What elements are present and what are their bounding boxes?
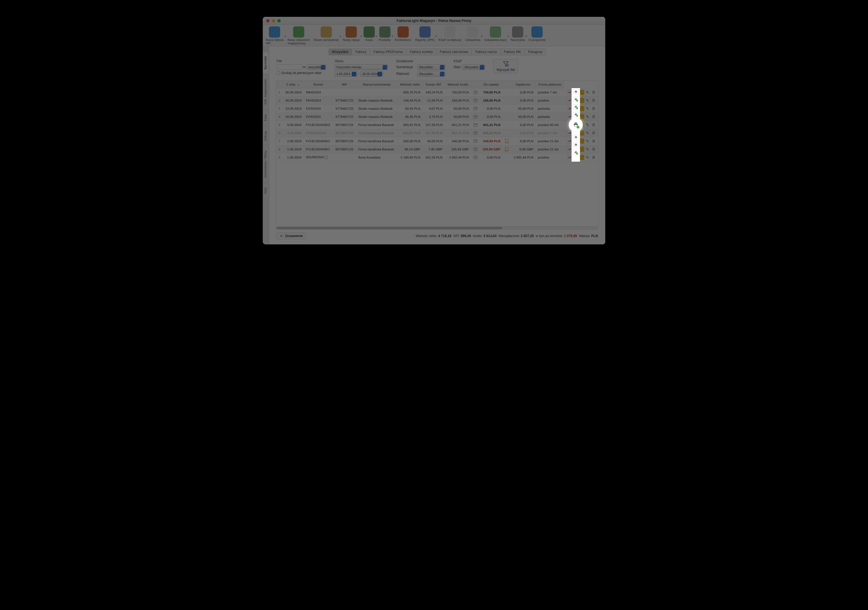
- subtab-paragony[interactable]: Paragony: [525, 48, 546, 55]
- ksef-action-icon[interactable]: eF: [567, 155, 572, 160]
- date-to-input[interactable]: 30.09.2024⌄: [360, 71, 383, 77]
- delete-action-icon[interactable]: 🗑: [591, 155, 596, 160]
- delete-action-icon[interactable]: 🗑: [591, 106, 596, 111]
- table-row[interactable]: 81.09.2024FVUE/2024/09/18575897125Firma …: [276, 145, 598, 153]
- sidetab-sprzeda-[interactable]: Sprzedaż: [263, 52, 269, 74]
- subtab-faktury-korekty[interactable]: Faktury korekty: [406, 48, 437, 55]
- toolbar-kasa[interactable]: Kasa▾: [364, 26, 375, 45]
- payment-icon[interactable]: [474, 107, 477, 110]
- col-header[interactable]: Wartość brutto: [445, 81, 471, 88]
- toolbar-nowe-zam-wienie[interactable]: Nowe zamówienie▾: [314, 26, 339, 45]
- delete-action-icon[interactable]: 🗑: [591, 114, 596, 119]
- table-row[interactable]: 72.09.2024FVUE/2024/09/28575897125Firma …: [276, 137, 598, 145]
- clear-filter-button[interactable]: Wyczyść filtr: [493, 59, 519, 73]
- payment-icon[interactable]: [474, 115, 477, 118]
- print-action-icon[interactable]: [573, 106, 578, 111]
- print-action-icon[interactable]: [573, 155, 578, 160]
- copy-action-icon[interactable]: [579, 122, 584, 127]
- payment-icon[interactable]: [474, 91, 477, 94]
- col-header[interactable]: Numer: [304, 81, 333, 88]
- edit-action-icon[interactable]: ✎: [585, 106, 590, 111]
- print-action-icon[interactable]: [573, 114, 578, 119]
- print-action-icon[interactable]: [573, 98, 578, 103]
- table-row[interactable]: 63.09.2024FPRO/4/20248575897125Firma han…: [276, 129, 598, 137]
- col-header[interactable]: Z dnia ⌄: [282, 81, 304, 88]
- table-row[interactable]: 230.09.2024FK/4/20249776481722Studio mas…: [276, 96, 598, 104]
- payment-icon[interactable]: [474, 156, 477, 159]
- copy-action-icon[interactable]: [579, 130, 584, 136]
- copy-action-icon[interactable]: [579, 147, 584, 152]
- col-header[interactable]: Kwota VAT: [423, 81, 445, 88]
- sidetab-kasa[interactable]: Kasa: [263, 110, 269, 125]
- copy-action-icon[interactable]: [579, 155, 584, 160]
- ksef-action-icon[interactable]: eF: [567, 106, 572, 111]
- ksef-action-icon[interactable]: eF: [567, 139, 572, 144]
- print-action-icon[interactable]: [573, 147, 578, 152]
- edit-action-icon[interactable]: ✎: [585, 98, 590, 103]
- delete-action-icon[interactable]: 🗑: [591, 98, 596, 103]
- delete-action-icon[interactable]: 🗑: [591, 147, 596, 152]
- print-action-icon[interactable]: [573, 90, 578, 95]
- col-header[interactable]: [276, 81, 282, 88]
- state-select[interactable]: Wszystkie⌃⌄: [463, 64, 485, 70]
- payment-icon[interactable]: [474, 123, 477, 127]
- document-icon[interactable]: [505, 147, 508, 151]
- document-icon[interactable]: [505, 139, 508, 143]
- toolbar-narz-dzia[interactable]: Narzędzia▾: [511, 26, 525, 45]
- print-action-icon[interactable]: [573, 139, 578, 144]
- numbering-select[interactable]: Wszystkie⌃⌄: [417, 64, 445, 70]
- toolbar-o-programie[interactable]: O programie: [529, 26, 546, 45]
- col-header[interactable]: [502, 81, 511, 88]
- ksef-action-icon[interactable]: eF: [567, 147, 572, 152]
- edit-action-icon[interactable]: ✎: [585, 139, 590, 144]
- delete-action-icon[interactable]: 🗑: [591, 139, 596, 144]
- toolbar-ustawienia-bazy[interactable]: Ustawienia bazy▾: [484, 26, 507, 45]
- toolbar-nowy-dokument-magazynowy[interactable]: Nowy dokumentmagazynowy: [288, 26, 310, 45]
- toolbar-kontrahenci[interactable]: Kontrahenci: [395, 26, 411, 45]
- col-header[interactable]: Do zapłaty: [480, 81, 503, 88]
- col-header[interactable]: Nazwa kontrahenta: [356, 81, 397, 88]
- subtab-faktury-zaliczkowe[interactable]: Faktury zaliczkowe: [437, 48, 472, 55]
- sidetab-noty[interactable]: Noty: [263, 183, 269, 198]
- copy-action-icon[interactable]: [579, 139, 584, 144]
- delete-action-icon[interactable]: 🗑: [591, 122, 596, 127]
- copy-action-icon[interactable]: [579, 90, 584, 95]
- table-row[interactable]: 418.09.2024FZ/8/20249776481722Studio mas…: [276, 113, 598, 121]
- subtab-faktury-proforma[interactable]: Faktury PROForma: [370, 48, 406, 55]
- edit-action-icon[interactable]: ✎: [585, 147, 590, 152]
- sidetab-dok-magazynowe[interactable]: Dok. magazynowe: [263, 75, 269, 109]
- edit-action-icon[interactable]: ✎: [585, 114, 590, 119]
- toolbar-ustawienia[interactable]: Ustawienia▾: [465, 26, 480, 45]
- toolbar-produkty[interactable]: Produkty▾: [379, 26, 391, 45]
- payment-icon[interactable]: [474, 131, 477, 135]
- search-from-start-checkbox[interactable]: [276, 71, 280, 75]
- copy-action-icon[interactable]: [579, 98, 584, 103]
- col-header[interactable]: [471, 81, 480, 88]
- table-row[interactable]: 323.09.2024FZ/9/20249776481722Studio mas…: [276, 104, 598, 113]
- ksef-action-icon[interactable]: eF: [567, 122, 572, 127]
- print-action-icon[interactable]: [573, 122, 578, 127]
- sidetab-zam-wienia-oferty[interactable]: Zamówienia / Oferty: [263, 146, 269, 182]
- date-from-input[interactable]: 1.09.2024⌄: [335, 71, 357, 77]
- col-header[interactable]: NIP: [333, 81, 356, 88]
- col-header[interactable]: Forma płatności: [536, 81, 564, 88]
- ksef-action-icon[interactable]: eF: [567, 114, 572, 119]
- sidetab-zakupy[interactable]: Zakupy: [263, 127, 269, 145]
- edit-action-icon[interactable]: ✎: [585, 122, 590, 127]
- edit-action-icon[interactable]: ✎: [585, 90, 590, 95]
- toolbar-raporty-jpk-[interactable]: Raporty (JPK)▾: [415, 26, 434, 45]
- copy-action-icon[interactable]: [579, 106, 584, 111]
- toolbar-nowy-zakup[interactable]: Nowy zakup▾: [343, 26, 360, 45]
- summary-button[interactable]: Zestawienie: [276, 232, 306, 239]
- ksef-action-icon[interactable]: eF: [567, 90, 572, 95]
- horizontal-scrollbar[interactable]: [276, 226, 598, 230]
- table-row[interactable]: 130.09.2024PA/4/2024609,76 PLN140,24 PLN…: [276, 88, 598, 96]
- table-row[interactable]: 59.09.2024FVUE/2024/09/38575897125Firma …: [276, 121, 598, 129]
- print-action-icon[interactable]: [573, 130, 578, 136]
- subtab-faktury-mar-a[interactable]: Faktury marża: [472, 48, 501, 55]
- col-header[interactable]: Zapłacono: [511, 81, 536, 88]
- period-select[interactable]: Poprzedni miesiąc⌃⌄: [335, 64, 388, 70]
- payment-icon[interactable]: [474, 148, 477, 151]
- toolbar-ksef-e-faktura-[interactable]: KSeF (e-faktura): [439, 26, 461, 45]
- delete-action-icon[interactable]: 🗑: [591, 130, 596, 136]
